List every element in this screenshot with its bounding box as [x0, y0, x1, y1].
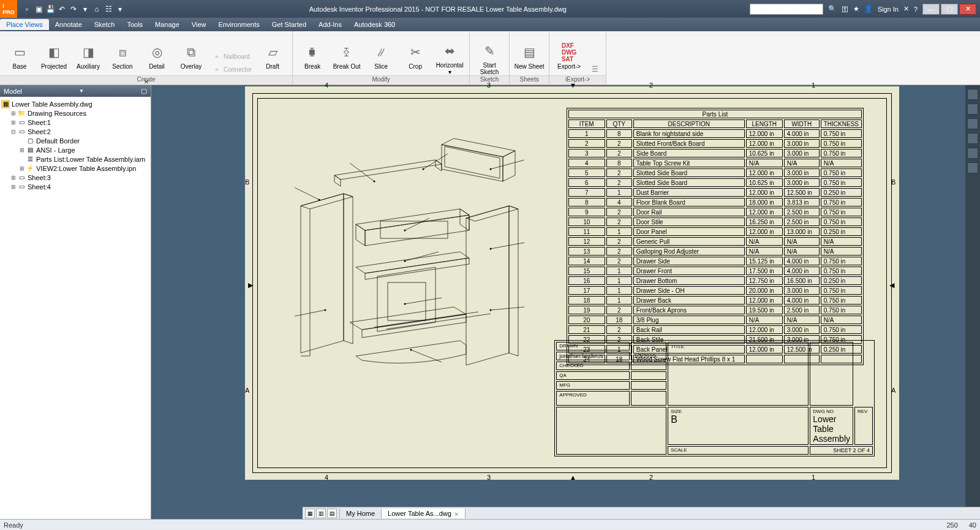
document-tab[interactable]: My Home — [340, 509, 382, 518]
minimize-button[interactable]: — — [922, 4, 940, 15]
detail-button[interactable]: ◎Detail — [141, 42, 173, 75]
ribbon-tab-sketch[interactable]: Sketch — [88, 19, 121, 30]
signin-icon[interactable]: 👤 — [864, 5, 873, 13]
view-mode-2-icon[interactable]: ▥ — [316, 509, 326, 518]
projected-button[interactable]: ◧Projected — [38, 42, 70, 75]
qat-undo-icon[interactable]: ↶ — [57, 4, 67, 14]
ribbon-tab-annotate[interactable]: Annotate — [49, 19, 88, 30]
tree-item[interactable]: ⊞▤ANSI - Large — [1, 145, 149, 154]
parts-row[interactable]: 122Generic PullN/AN/AN/A — [568, 237, 862, 246]
qat-home-icon[interactable]: ⌂ — [92, 4, 102, 14]
qat-team-icon[interactable]: ☷ — [104, 4, 113, 14]
exchange-icon[interactable]: ✕ — [903, 5, 909, 13]
parts-row[interactable]: 62Slotted Side Board10.625 in3.000 in0.7… — [568, 178, 862, 187]
new-sheet-button[interactable]: ▤ New Sheet — [513, 42, 545, 75]
parts-row[interactable]: 151Drawer Front17.500 in4.000 in0.750 in — [568, 267, 862, 275]
parts-row[interactable]: 171Drawer Side - OH20.000 in3.000 in0.75… — [568, 286, 862, 295]
parts-list-table[interactable]: Parts ListITEMQTYDESCRIPTIONLENGTHWIDTHT… — [567, 108, 864, 365]
key-icon[interactable]: ⚿ — [842, 6, 848, 13]
ribbon-tab-place-views[interactable]: Place Views — [0, 19, 49, 30]
view-mode-1-icon[interactable]: ▦ — [305, 509, 315, 518]
parts-row[interactable]: 48Table Top Screw KitN/AN/AN/A — [568, 159, 862, 167]
parts-row[interactable]: 181Drawer Back12.000 in4.000 in0.750 in — [568, 296, 862, 305]
exploded-view[interactable] — [282, 126, 540, 380]
base-button[interactable]: ▭Base — [4, 42, 36, 75]
parts-row[interactable]: 192Front/Back Aprons19.500 in2.500 in0.7… — [568, 306, 862, 314]
qat-save-icon[interactable]: 💾 — [45, 4, 55, 14]
ribbon-tab-manage[interactable]: Manage — [149, 19, 186, 30]
parts-row[interactable]: 132Galloping Rod AdjusterN/AN/AN/A — [568, 247, 862, 256]
slice-button[interactable]: ⫽Slice — [365, 42, 397, 75]
browser-close-icon[interactable]: ✕ — [144, 78, 149, 85]
ribbon-tab-autodesk-360[interactable]: Autodesk 360 — [348, 19, 401, 30]
ribbon-tab-view[interactable]: View — [186, 19, 213, 30]
qat-dropdown-icon[interactable]: ▾ — [115, 4, 125, 14]
doc-restore-icon[interactable]: ▫ — [969, 77, 971, 83]
draft-button[interactable]: ▱Draft — [257, 42, 288, 75]
signin-label[interactable]: Sign In — [878, 6, 899, 13]
overlay-button[interactable]: ⧉Overlay — [175, 42, 207, 75]
drawing-canvas[interactable]: —▫✕ — [151, 85, 980, 519]
tree-item[interactable]: ⊞⚡VIEW2:Lower Table Assembly.ipn — [1, 164, 149, 173]
parts-row[interactable]: 71Dust Barrier12.000 in12.500 in0.250 in — [568, 188, 862, 197]
parts-row[interactable]: 52Slotted Side Board12.000 in3.000 in0.7… — [568, 168, 862, 177]
ribbon-tab-get-started[interactable]: Get Started — [266, 19, 312, 30]
help-icon[interactable]: ? — [914, 6, 918, 13]
parts-row[interactable]: 161Drawer Bottom12.750 in16.500 in0.250 … — [568, 276, 862, 285]
nav-lookat-icon[interactable] — [967, 162, 978, 173]
parts-row[interactable]: 92Door Rail12.000 in2.500 in0.750 in — [568, 208, 862, 216]
document-tab[interactable]: Lower Table As...dwg✕ — [382, 509, 466, 518]
section-button[interactable]: ⧈Section — [107, 42, 138, 75]
nav-zoom-icon[interactable] — [967, 133, 978, 144]
doc-minimize-icon[interactable]: — — [960, 77, 967, 83]
break-button[interactable]: ⧯Break — [296, 42, 328, 75]
view-mode-3-icon[interactable]: ▤ — [327, 509, 337, 518]
star-icon[interactable]: ★ — [853, 5, 859, 13]
qat-redo-icon[interactable]: ↷ — [69, 4, 78, 14]
parts-row[interactable]: 212Back Rail12.000 in3.000 in0.750 in — [568, 325, 862, 334]
parts-row[interactable]: 102Door Stile16.250 in2.500 in0.750 in — [568, 218, 862, 226]
break-out-button[interactable]: ⧰Break Out — [331, 42, 363, 75]
tree-item[interactable]: ☰Parts List:Lower Table Assembly.iam — [1, 154, 149, 164]
nav-home-icon[interactable] — [967, 104, 978, 115]
ribbon-tab-add-ins[interactable]: Add-Ins — [312, 19, 348, 30]
qat-select-icon[interactable]: ▾ — [80, 4, 90, 14]
qat-new-icon[interactable]: ▫ — [22, 4, 32, 14]
start-sketch-button[interactable]: ✎ StartSketch — [473, 41, 505, 75]
binoculars-icon[interactable]: 🔍 — [828, 5, 837, 13]
ribbon-tab-environments[interactable]: Environments — [213, 19, 266, 30]
tree-item[interactable]: ⊞📁Drawing Resources — [1, 108, 149, 118]
nav-pan-icon[interactable] — [967, 118, 978, 129]
parts-row[interactable]: 84Floor Blank Board18.000 in3.813 in0.75… — [568, 198, 862, 206]
tree-item[interactable]: ⊞▭Sheet:3 — [1, 173, 149, 182]
nav-orbit-icon[interactable] — [967, 148, 978, 159]
auxiliary-button[interactable]: ◨Auxiliary — [72, 42, 104, 75]
app-icon[interactable]: IPRO — [0, 0, 17, 18]
browser-header[interactable]: Model▼ ▢ — [0, 85, 151, 97]
tree-item[interactable]: ⊟▭Sheet:2 — [1, 127, 149, 136]
maximize-button[interactable]: ▢ — [941, 4, 958, 15]
browser-tree[interactable]: ▦Lower Table Assembly.dwg⊞📁Drawing Resou… — [0, 98, 151, 519]
close-button[interactable]: ✕ — [959, 4, 976, 15]
qat-open-icon[interactable]: ▣ — [34, 4, 43, 14]
horizontal-button[interactable]: ⬌Horizontal▾ — [434, 41, 466, 75]
tree-item[interactable]: ⊞▭Sheet:1 — [1, 118, 149, 127]
tree-item[interactable]: ⊞▭Sheet:4 — [1, 182, 149, 191]
viewcube-icon[interactable] — [967, 89, 978, 100]
tree-item[interactable]: ▢Default Border — [1, 136, 149, 145]
parts-row[interactable]: 142Drawer Side15.125 in4.000 in0.750 in — [568, 257, 862, 265]
parts-row[interactable]: 18Blank for nightstand side12.000 in4.00… — [568, 129, 862, 138]
parts-row[interactable]: 111Door Panel12.000 in13.000 in0.250 in — [568, 227, 862, 236]
parts-row[interactable]: 32Side Board10.625 in3.000 in0.750 in — [568, 149, 862, 157]
export-button[interactable]: DXFDWGSAT Export-> — [553, 42, 585, 75]
ribbon-tab-tools[interactable]: Tools — [121, 19, 149, 30]
search-input[interactable] — [750, 4, 823, 15]
crop-button[interactable]: ✂Crop — [399, 42, 431, 75]
parts-row[interactable]: 22Slotted Front/Back Board12.000 in3.000… — [568, 139, 862, 148]
parts-row[interactable]: 20183/8 PlugN/AN/AN/A — [568, 316, 862, 324]
tree-root[interactable]: ▦Lower Table Assembly.dwg — [1, 99, 149, 108]
doc-close-icon[interactable]: ✕ — [974, 77, 979, 83]
tab-close-icon[interactable]: ✕ — [454, 512, 459, 517]
export-options-button[interactable]: ☰ — [587, 63, 602, 75]
browser-pin-icon[interactable]: ▢ — [141, 87, 147, 95]
